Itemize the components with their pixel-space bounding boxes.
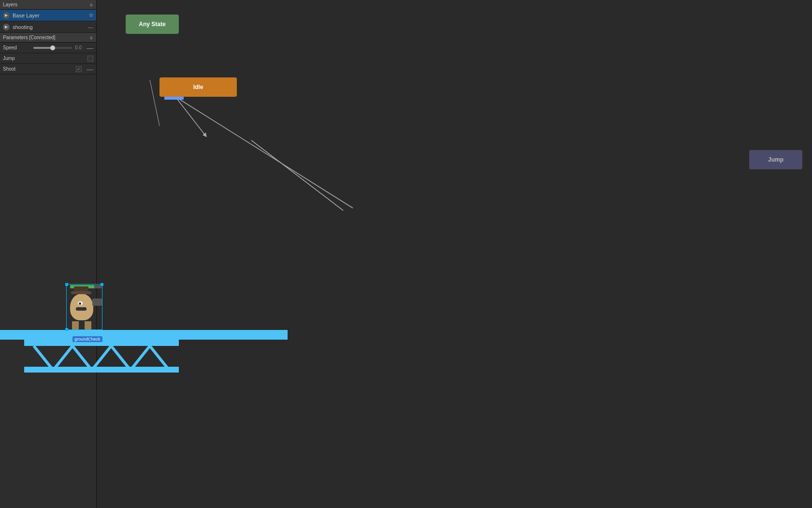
main-layout: Scene ▣ Console Profiler ✕ Textured RGB …: [0, 25, 812, 508]
animator-main: Layers + ▶ Base Layer ⚙ ▶ shooting —: [385, 264, 812, 500]
svg-rect-8: [24, 367, 179, 373]
svg-line-5: [111, 346, 130, 370]
svg-line-3: [72, 346, 92, 370]
hero-hat-brim: [71, 291, 91, 294]
hero-gun: [92, 299, 102, 306]
hero-legs: [72, 321, 91, 330]
hero-body: [70, 294, 93, 320]
ground-check-label: groundCheck: [72, 336, 102, 342]
right-panel: Sprite Editor 🔍 Inspector Navigation ✕ S…: [385, 25, 812, 508]
platform-top: [0, 330, 288, 340]
connections-svg: [385, 264, 812, 500]
svg-line-4: [92, 346, 111, 370]
hero-eye: [78, 301, 83, 305]
truss-structure: [24, 339, 179, 373]
svg-line-1: [34, 346, 53, 370]
hero-moustache: [76, 307, 87, 311]
hero-character: groundCheck: [70, 294, 93, 330]
state-machine[interactable]: Any State Idle Jump: [385, 264, 812, 500]
animator-area: Animator ✕ Base Layer Auto Live Link Lay…: [385, 243, 812, 508]
svg-line-6: [130, 346, 150, 370]
svg-line-2: [53, 346, 72, 370]
svg-line-7: [150, 346, 169, 370]
